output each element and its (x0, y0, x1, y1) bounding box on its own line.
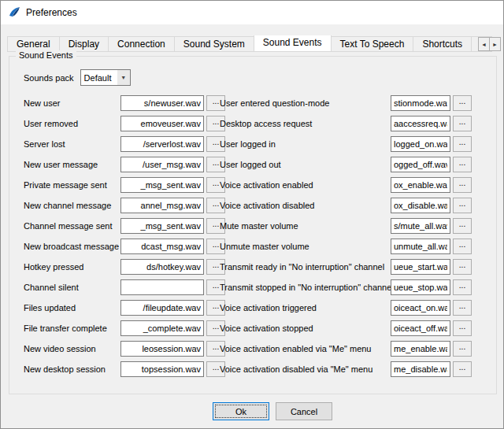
sound-file-input[interactable] (120, 116, 204, 131)
tab-text-to-speech[interactable]: Text To Speech (331, 36, 414, 51)
sound-file-input[interactable] (391, 136, 450, 152)
browse-button[interactable]: ... (453, 198, 472, 213)
sound-event-row: User logged in... (220, 134, 472, 154)
sound-event-row: Transmit ready in "No interruption" chan… (220, 257, 472, 277)
sound-file-input[interactable] (391, 95, 450, 111)
sound-event-label: Mute master volume (220, 221, 391, 231)
app-icon (8, 6, 20, 19)
sound-event-row: New video session... (24, 338, 225, 359)
sound-event-row: Server lost... (24, 134, 225, 154)
tab-scroll-right-button[interactable]: ► (489, 37, 501, 51)
sound-event-row: New broadcast message... (24, 236, 225, 257)
sound-event-row: Voice activation stopped... (220, 318, 472, 338)
sound-file-input[interactable] (391, 279, 450, 295)
sound-event-row: User entered question-mode... (220, 93, 472, 113)
sound-file-input[interactable] (391, 116, 450, 131)
events-column-right: User entered question-mode...Desktop acc… (220, 93, 472, 379)
browse-button[interactable]: ... (453, 300, 472, 316)
sound-file-input[interactable] (120, 218, 204, 234)
sound-file-input[interactable] (391, 198, 450, 213)
sound-event-label: Private message sent (24, 180, 120, 190)
cancel-button[interactable]: Cancel (276, 402, 332, 420)
sound-file-input[interactable] (391, 259, 450, 275)
tab-sound-events[interactable]: Sound Events (254, 35, 332, 52)
sound-event-label: Hotkey pressed (24, 262, 120, 272)
sound-file-input[interactable] (391, 300, 450, 316)
browse-button[interactable]: ... (453, 95, 472, 111)
sound-event-label: Voice activation triggered (220, 303, 391, 313)
tab-display[interactable]: Display (59, 36, 109, 51)
sound-file-input[interactable] (120, 341, 204, 357)
tab-connection[interactable]: Connection (108, 36, 175, 51)
sound-event-label: Files updated (24, 303, 120, 313)
tab-scroll-control: ◄ ► (478, 37, 501, 51)
sound-event-label: New broadcast message (24, 242, 120, 251)
preferences-window: Preferences GeneralDisplayConnectionSoun… (0, 0, 504, 429)
ok-button[interactable]: Ok (213, 402, 269, 420)
browse-button[interactable]: ... (453, 218, 472, 234)
browse-button[interactable]: ... (453, 177, 472, 193)
sound-file-input[interactable] (120, 361, 204, 377)
window-title: Preferences (26, 7, 77, 18)
sound-file-input[interactable] (391, 157, 450, 172)
sound-file-input[interactable] (120, 279, 204, 295)
sounds-pack-select[interactable]: Default ▼ (80, 69, 131, 86)
sound-file-input[interactable] (391, 218, 450, 234)
sound-file-input[interactable] (120, 239, 204, 254)
sound-file-input[interactable] (120, 300, 204, 316)
sound-event-label: New desktop session (24, 364, 120, 374)
sound-file-input[interactable] (120, 198, 204, 213)
events-column-left: New user...User removed...Server lost...… (24, 93, 225, 379)
sound-file-input[interactable] (120, 157, 204, 172)
sound-event-row: New desktop session... (24, 359, 225, 379)
sound-event-label: Voice activation stopped (220, 324, 391, 333)
sound-file-input[interactable] (391, 341, 450, 357)
sound-event-row: User logged out... (220, 154, 472, 175)
sound-event-label: Channel silent (24, 283, 120, 292)
sound-event-label: New channel message (24, 201, 120, 210)
sound-event-row: Voice activation disabled via "Me" menu.… (220, 359, 472, 379)
sound-events-group: Sound Events Sounds pack Default ▼ New u… (9, 56, 497, 394)
browse-button[interactable]: ... (453, 239, 472, 254)
sound-event-row: Files updated... (24, 298, 225, 318)
browse-button[interactable]: ... (453, 361, 472, 377)
sound-file-input[interactable] (391, 320, 450, 336)
tab-general[interactable]: General (7, 36, 60, 51)
browse-button[interactable]: ... (453, 136, 472, 152)
sound-file-input[interactable] (120, 177, 204, 193)
sounds-pack-row: Sounds pack Default ▼ (24, 69, 131, 86)
group-label: Sound Events (16, 50, 76, 60)
browse-button[interactable]: ... (453, 320, 472, 336)
sound-event-label: Voice activation disabled (220, 201, 391, 210)
tab-scroll-left-button[interactable]: ◄ (478, 37, 490, 51)
sound-event-row: Voice activation enabled... (220, 175, 472, 195)
sound-event-row: Voice activation enabled via "Me" menu..… (220, 338, 472, 359)
sound-file-input[interactable] (120, 136, 204, 152)
sound-file-input[interactable] (391, 239, 450, 254)
sounds-pack-label: Sounds pack (24, 73, 74, 83)
sound-event-row: Private message sent... (24, 175, 225, 195)
sound-file-input[interactable] (391, 177, 450, 193)
sound-event-row: Channel message sent... (24, 216, 225, 236)
sound-file-input[interactable] (120, 259, 204, 275)
browse-button[interactable]: ... (453, 259, 472, 275)
sound-event-label: Channel message sent (24, 221, 120, 231)
sound-event-label: User logged out (220, 160, 391, 169)
tab-sound-system[interactable]: Sound System (174, 36, 254, 51)
sounds-pack-value: Default (84, 73, 112, 83)
browse-button[interactable]: ... (453, 341, 472, 357)
sound-file-input[interactable] (120, 320, 204, 336)
browse-button[interactable]: ... (453, 116, 472, 131)
sound-event-label: New user message (24, 160, 120, 169)
sound-event-row: Voice activation disabled... (220, 195, 472, 216)
sound-event-row: Unmute master volume... (220, 236, 472, 257)
sound-file-input[interactable] (120, 95, 204, 111)
sound-event-row: Transmit stopped in "No interruption" ch… (220, 277, 472, 298)
browse-button[interactable]: ... (453, 157, 472, 172)
tab-shortcuts[interactable]: Shortcuts (413, 36, 472, 51)
sound-event-row: File transfer complete... (24, 318, 225, 338)
sound-file-input[interactable] (391, 361, 450, 377)
browse-button[interactable]: ... (453, 279, 472, 295)
chevron-down-icon: ▼ (117, 70, 130, 85)
sound-event-label: User entered question-mode (220, 98, 391, 108)
